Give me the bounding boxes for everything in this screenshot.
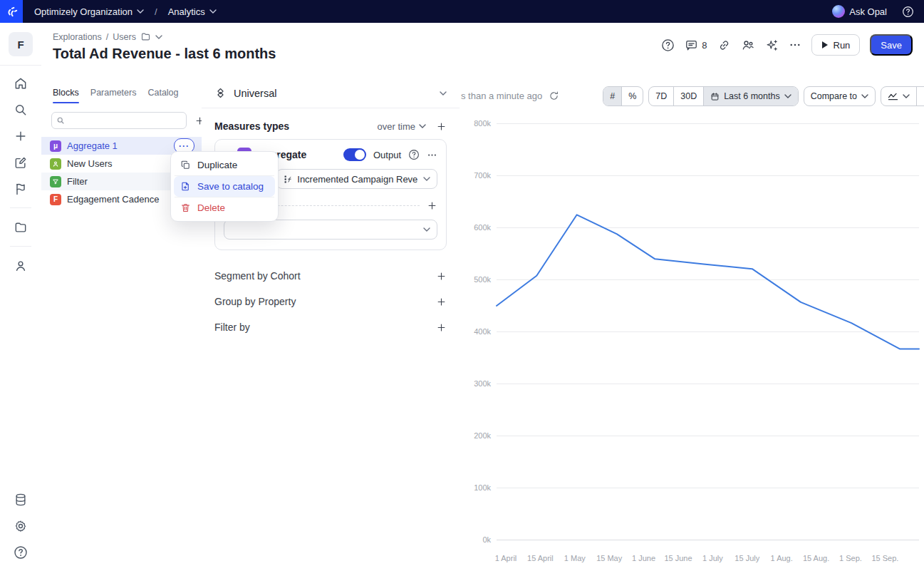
doc-help-button[interactable] <box>661 38 675 52</box>
chevron-down-icon <box>137 9 144 14</box>
rail-divider <box>0 65 41 66</box>
chevron-down-icon <box>209 9 217 14</box>
add-segment-button[interactable] <box>436 271 447 282</box>
svg-text:1 Sep.: 1 Sep. <box>839 554 862 562</box>
block-item-label: New Users <box>67 158 113 169</box>
search-icon <box>56 116 65 125</box>
chevron-down-icon <box>419 124 426 128</box>
header-actions: 8 Run Save <box>661 34 913 56</box>
rail-experiments-button[interactable] <box>0 175 41 202</box>
chevron-down-icon <box>423 227 430 232</box>
folder-icon[interactable] <box>140 31 151 42</box>
svg-text:15 Sep.: 15 Sep. <box>871 554 898 562</box>
rail-create-button[interactable] <box>0 123 41 149</box>
group-by-property-row: Group by Property <box>202 289 460 314</box>
menu-item-delete[interactable]: Delete <box>174 197 275 218</box>
help-icon <box>14 545 28 560</box>
rail-data-button[interactable] <box>0 486 41 513</box>
menu-item-label: Duplicate <box>197 160 237 170</box>
svg-text:15 Aug.: 15 Aug. <box>803 554 829 562</box>
breadcrumb-users[interactable]: Users <box>113 32 136 42</box>
svg-text:1 April: 1 April <box>495 554 517 562</box>
tab-catalog[interactable]: Catalog <box>147 88 178 103</box>
link-icon <box>717 38 731 52</box>
menu-item-label: Save to catalog <box>197 181 264 192</box>
svg-text:700k: 700k <box>474 171 491 180</box>
run-label: Run <box>834 40 851 51</box>
copy-link-button[interactable] <box>717 38 731 52</box>
person-icon <box>14 259 28 273</box>
output-label: Output <box>373 150 401 160</box>
rail-compose-button[interactable] <box>0 149 41 175</box>
breadcrumb: Explorations / Users <box>53 31 162 42</box>
nav-separator: / <box>155 6 157 17</box>
workspace-avatar[interactable]: F <box>9 32 33 56</box>
add-step-button[interactable] <box>427 200 437 211</box>
comments-count: 8 <box>702 40 707 51</box>
block-item-label: Edgagement Cadence <box>67 194 159 205</box>
tab-blocks[interactable]: Blocks <box>53 88 79 103</box>
rail-settings-button[interactable] <box>0 513 41 539</box>
ask-opal-button[interactable]: Ask Opal <box>832 5 887 18</box>
share-users-icon <box>741 38 755 52</box>
block-more-button[interactable] <box>427 150 437 160</box>
over-time-dropdown[interactable]: over time <box>378 121 426 132</box>
svg-text:600k: 600k <box>474 223 491 232</box>
add-measure-button[interactable] <box>436 121 447 132</box>
app-switcher[interactable]: Analytics <box>168 6 217 17</box>
add-filter-button[interactable] <box>436 322 447 333</box>
flag-icon <box>14 182 28 196</box>
search-box[interactable] <box>51 112 187 129</box>
optimizely-logo-icon <box>5 5 19 19</box>
rail-search-button[interactable] <box>0 96 41 123</box>
share-users-button[interactable] <box>741 38 755 52</box>
measure-value: Incremented Campaign Reve... <box>297 174 418 185</box>
svg-text:200k: 200k <box>474 431 491 440</box>
over-time-label: over time <box>378 121 415 132</box>
menu-item-save-to-catalog[interactable]: Save to catalog <box>174 176 275 197</box>
save-button[interactable]: Save <box>870 34 913 56</box>
aggregate-badge-icon: μ <box>50 140 61 152</box>
tab-parameters[interactable]: Parameters <box>90 88 137 103</box>
output-help-button[interactable] <box>408 149 420 160</box>
block-item-label: Filter <box>67 176 88 187</box>
svg-text:1 July: 1 July <box>702 554 723 562</box>
breadcrumb-explorations[interactable]: Explorations <box>53 32 102 42</box>
add-group-button[interactable] <box>436 297 447 307</box>
block-context-menu: Duplicate Save to catalog Delete <box>170 151 279 222</box>
ai-suggest-button[interactable] <box>765 38 779 52</box>
comments-button[interactable]: 8 <box>685 38 707 52</box>
chevron-down-icon <box>440 91 447 96</box>
optimizely-logo[interactable] <box>0 0 23 23</box>
play-icon <box>821 41 829 49</box>
rail-folders-button[interactable] <box>0 214 41 240</box>
menu-item-duplicate[interactable]: Duplicate <box>174 155 275 175</box>
rail-home-button[interactable] <box>0 70 41 96</box>
secondary-select[interactable] <box>224 220 437 240</box>
formula-badge-icon: F <box>50 194 61 205</box>
rail-help-button[interactable] <box>0 539 41 565</box>
measure-select[interactable]: Incremented Campaign Reve... <box>276 169 437 189</box>
plus-icon <box>427 200 437 211</box>
svg-text:800k: 800k <box>474 119 491 128</box>
svg-text:1 June: 1 June <box>632 554 655 562</box>
source-selector[interactable]: Universal <box>202 78 460 108</box>
run-button[interactable]: Run <box>811 34 861 56</box>
plus-icon <box>436 121 447 132</box>
svg-text:1 Aug.: 1 Aug. <box>771 554 793 562</box>
nav-help-button[interactable] <box>902 6 914 18</box>
section-label: Segment by Cohort <box>214 270 301 282</box>
ellipsis-icon <box>427 150 437 160</box>
top-nav: Optimizely Organization / Analytics Ask … <box>0 0 924 23</box>
chevron-down-icon <box>423 177 430 181</box>
search-icon <box>14 103 28 117</box>
output-toggle[interactable] <box>343 148 366 161</box>
blocks-search-input[interactable] <box>68 115 182 126</box>
chevron-down-icon[interactable] <box>155 35 162 39</box>
org-switcher[interactable]: Optimizely Organization <box>34 6 144 17</box>
more-actions-button[interactable] <box>789 38 801 51</box>
measures-heading: Measures types <box>214 120 289 132</box>
rail-profile-button[interactable] <box>0 252 41 279</box>
plus-icon <box>14 129 28 143</box>
page-header: Explorations / Users Total Ad Revenue - … <box>41 23 924 78</box>
